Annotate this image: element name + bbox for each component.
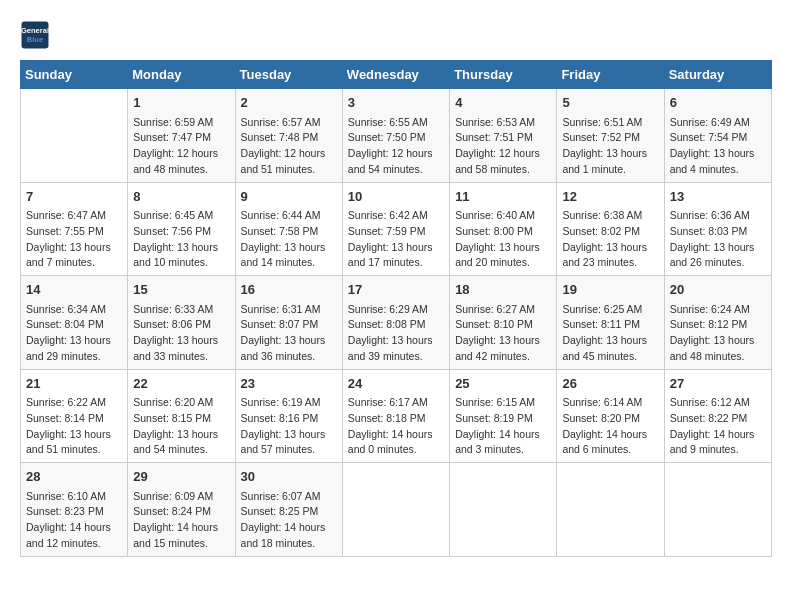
day-info: Sunrise: 6:47 AM — [26, 208, 122, 224]
day-info: and 54 minutes. — [133, 442, 229, 458]
day-info: Sunset: 7:50 PM — [348, 130, 444, 146]
day-info: Sunrise: 6:38 AM — [562, 208, 658, 224]
day-cell — [450, 463, 557, 557]
day-cell — [664, 463, 771, 557]
day-info: Daylight: 13 hours — [562, 333, 658, 349]
day-cell: 21Sunrise: 6:22 AMSunset: 8:14 PMDayligh… — [21, 369, 128, 463]
day-info: Sunset: 8:08 PM — [348, 317, 444, 333]
day-cell: 28Sunrise: 6:10 AMSunset: 8:23 PMDayligh… — [21, 463, 128, 557]
day-info: Sunrise: 6:57 AM — [241, 115, 337, 131]
col-header-thursday: Thursday — [450, 61, 557, 89]
day-info: and 4 minutes. — [670, 162, 766, 178]
week-row-5: 28Sunrise: 6:10 AMSunset: 8:23 PMDayligh… — [21, 463, 772, 557]
day-info: Daylight: 13 hours — [670, 240, 766, 256]
col-header-tuesday: Tuesday — [235, 61, 342, 89]
col-header-monday: Monday — [128, 61, 235, 89]
day-info: and 42 minutes. — [455, 349, 551, 365]
day-info: and 29 minutes. — [26, 349, 122, 365]
day-info: and 20 minutes. — [455, 255, 551, 271]
day-cell: 19Sunrise: 6:25 AMSunset: 8:11 PMDayligh… — [557, 276, 664, 370]
day-info: and 1 minute. — [562, 162, 658, 178]
day-info: and 9 minutes. — [670, 442, 766, 458]
day-info: Sunrise: 6:33 AM — [133, 302, 229, 318]
day-info: Daylight: 13 hours — [26, 333, 122, 349]
day-cell: 7Sunrise: 6:47 AMSunset: 7:55 PMDaylight… — [21, 182, 128, 276]
day-info: Sunrise: 6:25 AM — [562, 302, 658, 318]
col-header-saturday: Saturday — [664, 61, 771, 89]
day-cell — [342, 463, 449, 557]
day-info: Sunset: 8:07 PM — [241, 317, 337, 333]
day-info: Sunrise: 6:27 AM — [455, 302, 551, 318]
day-number: 9 — [241, 187, 337, 207]
day-cell: 11Sunrise: 6:40 AMSunset: 8:00 PMDayligh… — [450, 182, 557, 276]
day-number: 25 — [455, 374, 551, 394]
day-info: and 51 minutes. — [241, 162, 337, 178]
day-cell: 24Sunrise: 6:17 AMSunset: 8:18 PMDayligh… — [342, 369, 449, 463]
day-info: Sunrise: 6:59 AM — [133, 115, 229, 131]
day-number: 5 — [562, 93, 658, 113]
day-cell: 2Sunrise: 6:57 AMSunset: 7:48 PMDaylight… — [235, 89, 342, 183]
col-header-sunday: Sunday — [21, 61, 128, 89]
day-info: Sunrise: 6:31 AM — [241, 302, 337, 318]
day-cell: 17Sunrise: 6:29 AMSunset: 8:08 PMDayligh… — [342, 276, 449, 370]
day-number: 27 — [670, 374, 766, 394]
logo: General Blue — [20, 20, 54, 50]
day-info: and 15 minutes. — [133, 536, 229, 552]
day-info: and 51 minutes. — [26, 442, 122, 458]
day-info: Daylight: 13 hours — [348, 333, 444, 349]
day-info: and 33 minutes. — [133, 349, 229, 365]
day-info: Sunrise: 6:51 AM — [562, 115, 658, 131]
day-info: Daylight: 13 hours — [455, 240, 551, 256]
day-info: Sunrise: 6:45 AM — [133, 208, 229, 224]
day-info: Daylight: 13 hours — [348, 240, 444, 256]
day-info: Sunset: 7:54 PM — [670, 130, 766, 146]
day-cell: 4Sunrise: 6:53 AMSunset: 7:51 PMDaylight… — [450, 89, 557, 183]
day-info: Daylight: 12 hours — [348, 146, 444, 162]
day-number: 8 — [133, 187, 229, 207]
day-info: Sunset: 8:04 PM — [26, 317, 122, 333]
day-info: Sunset: 7:59 PM — [348, 224, 444, 240]
day-info: Sunset: 7:56 PM — [133, 224, 229, 240]
day-cell — [557, 463, 664, 557]
day-info: Sunset: 8:02 PM — [562, 224, 658, 240]
day-info: Sunset: 8:20 PM — [562, 411, 658, 427]
day-info: Sunset: 8:14 PM — [26, 411, 122, 427]
day-number: 17 — [348, 280, 444, 300]
day-cell: 3Sunrise: 6:55 AMSunset: 7:50 PMDaylight… — [342, 89, 449, 183]
day-info: and 45 minutes. — [562, 349, 658, 365]
day-info: Sunset: 8:19 PM — [455, 411, 551, 427]
day-info: Sunrise: 6:55 AM — [348, 115, 444, 131]
day-info: and 10 minutes. — [133, 255, 229, 271]
week-row-3: 14Sunrise: 6:34 AMSunset: 8:04 PMDayligh… — [21, 276, 772, 370]
day-info: Sunrise: 6:42 AM — [348, 208, 444, 224]
day-info: Sunset: 8:03 PM — [670, 224, 766, 240]
day-info: Sunset: 7:47 PM — [133, 130, 229, 146]
day-info: Sunrise: 6:40 AM — [455, 208, 551, 224]
day-info: and 23 minutes. — [562, 255, 658, 271]
day-info: Daylight: 14 hours — [241, 520, 337, 536]
day-info: and 58 minutes. — [455, 162, 551, 178]
day-number: 13 — [670, 187, 766, 207]
day-info: and 3 minutes. — [455, 442, 551, 458]
header: General Blue — [20, 20, 772, 50]
day-info: Sunset: 8:25 PM — [241, 504, 337, 520]
day-cell: 10Sunrise: 6:42 AMSunset: 7:59 PMDayligh… — [342, 182, 449, 276]
day-number: 1 — [133, 93, 229, 113]
day-number: 28 — [26, 467, 122, 487]
logo-icon: General Blue — [20, 20, 50, 50]
day-cell: 5Sunrise: 6:51 AMSunset: 7:52 PMDaylight… — [557, 89, 664, 183]
day-info: Sunset: 8:10 PM — [455, 317, 551, 333]
day-info: and 0 minutes. — [348, 442, 444, 458]
day-number: 10 — [348, 187, 444, 207]
day-info: Daylight: 13 hours — [670, 333, 766, 349]
day-info: Daylight: 14 hours — [133, 520, 229, 536]
day-info: Sunset: 8:12 PM — [670, 317, 766, 333]
day-info: and 17 minutes. — [348, 255, 444, 271]
week-row-4: 21Sunrise: 6:22 AMSunset: 8:14 PMDayligh… — [21, 369, 772, 463]
day-info: Sunrise: 6:22 AM — [26, 395, 122, 411]
day-info: Daylight: 12 hours — [455, 146, 551, 162]
day-info: Sunset: 8:11 PM — [562, 317, 658, 333]
day-info: Daylight: 13 hours — [26, 240, 122, 256]
day-number: 15 — [133, 280, 229, 300]
day-number: 3 — [348, 93, 444, 113]
